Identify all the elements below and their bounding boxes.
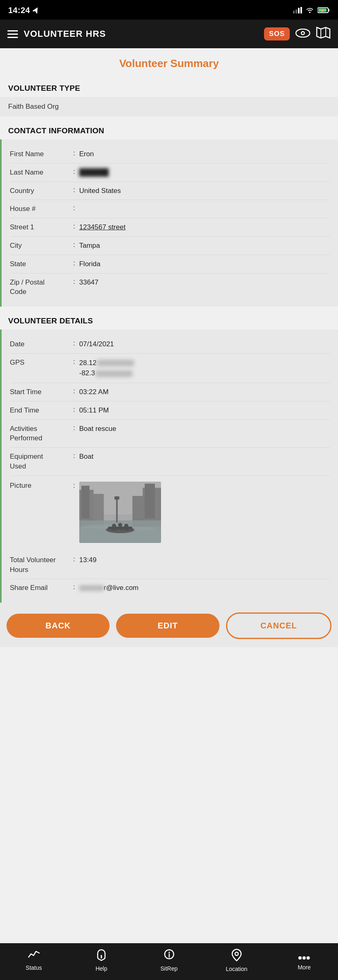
app-title: VOLUNTEER HRS xyxy=(24,29,258,39)
value-gps: 28.12 -82.3 xyxy=(79,358,330,379)
battery-icon: ⚡ xyxy=(318,7,330,13)
svg-marker-13 xyxy=(317,27,330,38)
value-firstname: Eron xyxy=(79,149,330,159)
svg-point-43 xyxy=(235,952,238,955)
value-starttime: 03:22 AM xyxy=(79,387,330,397)
label-starttime: Start Time xyxy=(10,387,73,397)
svg-rect-1 xyxy=(293,11,295,13)
svg-point-44 xyxy=(298,956,302,960)
field-country: Country : United States xyxy=(10,182,330,200)
wifi-icon xyxy=(305,7,314,13)
value-street1: 1234567 street xyxy=(79,222,330,232)
svg-text:⚡: ⚡ xyxy=(320,9,325,13)
field-endtime: End Time : 05:11 PM xyxy=(10,401,330,420)
label-picture: Picture xyxy=(10,482,73,490)
signal-icon xyxy=(293,7,302,13)
cancel-button[interactable]: CANCEL xyxy=(226,612,331,639)
field-zip: Zip / PostalCode : 33647 xyxy=(10,274,330,301)
nav-help[interactable]: Help xyxy=(67,949,135,972)
nav-status[interactable]: Status xyxy=(0,950,67,971)
value-activities: Boat rescue xyxy=(79,424,330,434)
field-street1: Street 1 : 1234567 street xyxy=(10,218,330,237)
svg-marker-0 xyxy=(33,7,39,13)
svg-point-12 xyxy=(302,32,304,34)
field-city: City : Tampa xyxy=(10,237,330,255)
field-house: House # : xyxy=(10,200,330,218)
eye-icon[interactable] xyxy=(295,27,310,40)
value-date: 07/14/2021 xyxy=(79,339,330,349)
label-gps: GPS xyxy=(10,358,73,368)
label-state: State xyxy=(10,259,73,269)
contact-info-card: First Name : Eron Last Name : ██████ Cou… xyxy=(0,139,338,307)
value-state: Florida xyxy=(79,259,330,269)
main-content: Volunteer Summary VOLUNTEER TYPE Faith B… xyxy=(0,48,338,943)
field-date: Date : 07/14/2021 xyxy=(10,335,330,354)
label-equipment: EquipmentUsed xyxy=(10,452,73,471)
nav-location-label: Location xyxy=(226,966,247,972)
field-activities: ActivitiesPerformed : Boat rescue xyxy=(10,420,330,448)
nav-sitrep[interactable]: i SitRep xyxy=(135,949,203,972)
label-date: Date xyxy=(10,339,73,349)
svg-rect-3 xyxy=(298,8,300,13)
status-icon xyxy=(28,950,40,962)
svg-rect-7 xyxy=(328,9,329,11)
nav-location[interactable]: Location xyxy=(203,949,270,972)
value-share-email: r@live.com xyxy=(79,583,330,593)
label-house: House # xyxy=(10,204,73,214)
sos-button[interactable]: SOS xyxy=(264,27,290,40)
edit-button[interactable]: EDIT xyxy=(116,614,219,638)
bottom-nav: Status Help i SitRep Loc xyxy=(0,943,338,980)
nav-help-label: Help xyxy=(96,965,107,972)
action-buttons: BACK EDIT CANCEL xyxy=(0,603,338,647)
contact-info-heading: CONTACT INFORMATION xyxy=(0,120,338,139)
field-share-email: Share Email : r@live.com xyxy=(10,579,330,597)
nav-status-label: Status xyxy=(26,964,42,971)
help-icon xyxy=(96,949,107,963)
label-street1: Street 1 xyxy=(10,222,73,232)
value-zip: 33647 xyxy=(79,278,330,287)
nav-more[interactable]: More xyxy=(271,951,338,971)
volunteer-details-card: Date : 07/14/2021 GPS : 28.12 -82.3 Star… xyxy=(0,330,338,603)
label-total-hours: Total VolunteerHours xyxy=(10,555,73,575)
field-firstname: First Name : Eron xyxy=(10,145,330,164)
label-share-email: Share Email xyxy=(10,583,73,593)
label-firstname: First Name xyxy=(10,149,73,159)
field-picture: Picture : xyxy=(10,476,330,547)
field-gps: GPS : 28.12 -82.3 xyxy=(10,354,330,383)
map-icon[interactable] xyxy=(316,27,331,42)
top-nav: VOLUNTEER HRS SOS xyxy=(0,20,338,48)
status-time: 14:24 xyxy=(8,6,39,15)
volunteer-type-heading: VOLUNTEER TYPE xyxy=(0,77,338,97)
svg-rect-4 xyxy=(300,7,302,13)
back-button[interactable]: BACK xyxy=(7,614,110,638)
value-total-hours: 13:49 xyxy=(79,555,330,565)
value-city: Tampa xyxy=(79,241,330,251)
status-bar: 14:24 ⚡ xyxy=(0,0,338,20)
label-country: Country xyxy=(10,186,73,196)
svg-rect-2 xyxy=(295,9,297,13)
field-lastname: Last Name : ██████ xyxy=(10,164,330,182)
svg-point-45 xyxy=(302,956,306,960)
volunteer-type-card: Faith Based Org xyxy=(0,97,338,117)
location-arrow-icon xyxy=(33,7,39,13)
value-endtime: 05:11 PM xyxy=(79,406,330,415)
page-title: Volunteer Summary xyxy=(0,48,338,77)
field-starttime: Start Time : 03:22 AM xyxy=(10,383,330,401)
label-activities: ActivitiesPerformed xyxy=(10,424,73,444)
svg-point-5 xyxy=(309,12,311,13)
svg-text:i: i xyxy=(168,951,169,954)
field-equipment: EquipmentUsed : Boat xyxy=(10,448,330,476)
value-country: United States xyxy=(79,186,330,196)
value-lastname: ██████ xyxy=(79,168,330,177)
location-icon xyxy=(231,949,242,964)
flood-image xyxy=(79,482,161,543)
field-total-hours: Total VolunteerHours : 13:49 xyxy=(10,551,330,579)
label-zip: Zip / PostalCode xyxy=(10,278,73,297)
value-equipment: Boat xyxy=(79,452,330,462)
menu-button[interactable] xyxy=(7,30,18,38)
svg-point-46 xyxy=(307,956,310,960)
nav-more-label: More xyxy=(298,964,311,971)
sitrep-icon: i xyxy=(164,949,175,963)
svg-rect-37 xyxy=(79,482,161,543)
status-icons: ⚡ xyxy=(293,7,330,13)
